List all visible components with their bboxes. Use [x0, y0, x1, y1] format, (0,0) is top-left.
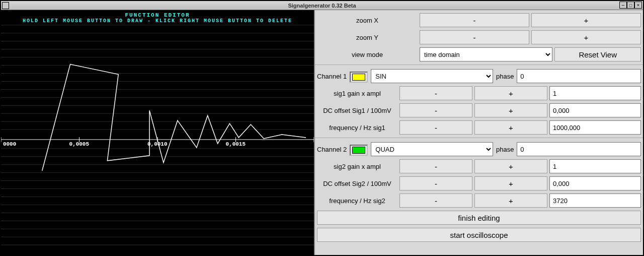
sig2-gain-input[interactable] [549, 159, 641, 173]
sig2-freq-label: frequency / Hz sig2 [317, 194, 397, 208]
channel1-phase-label: phase [496, 73, 514, 80]
view-mode-select[interactable]: time domain [420, 47, 552, 61]
sig2-dc-minus-button[interactable]: - [399, 176, 472, 190]
minimize-button[interactable]: – [619, 2, 627, 9]
sig1-freq-plus-button[interactable]: + [474, 120, 547, 135]
separator [315, 65, 643, 65]
channel2-color-button[interactable] [350, 145, 368, 156]
sig1-gain-minus-button[interactable]: - [399, 86, 472, 100]
channel1-label: Channel 1 [317, 73, 347, 80]
editor-svg: 0000 0,0005 0,0010 0,0015 [1, 10, 314, 255]
sig1-freq-label: frequency / Hz sig1 [317, 120, 397, 135]
start-oscilloscope-button[interactable]: start oscilloscope [317, 228, 641, 242]
sig2-dc-input[interactable] [549, 176, 641, 190]
sig1-dc-input[interactable] [549, 103, 641, 117]
sig2-freq-plus-button[interactable]: + [474, 194, 547, 208]
axis-tick-3: 0,0015 [226, 141, 246, 147]
reset-view-button[interactable]: Reset View [554, 47, 641, 61]
channel2-waveform-select[interactable]: QUAD [371, 142, 493, 156]
zoom-x-minus-button[interactable]: - [420, 13, 529, 27]
zoom-x-plus-button[interactable]: + [531, 13, 641, 27]
zoom-y-plus-button[interactable]: + [531, 30, 641, 44]
channel2-phase-label: phase [496, 146, 514, 153]
channel1-phase-input[interactable] [517, 69, 641, 83]
channel2-phase-input[interactable] [517, 142, 641, 156]
sig2-freq-input[interactable] [549, 194, 641, 208]
function-editor-canvas[interactable]: FUNCTION EDITOR HOLD LEFT MOUSE BUTTON T… [1, 10, 315, 255]
sig2-gain-minus-button[interactable]: - [399, 159, 472, 173]
zoom-y-label: zoom Y [317, 30, 418, 44]
sig1-dc-minus-button[interactable]: - [399, 103, 472, 117]
zoom-x-label: zoom X [317, 13, 418, 27]
channel2-color-swatch [352, 147, 365, 154]
axis-tick-1: 0,0005 [69, 141, 89, 147]
axis-tick-2: 0,0010 [147, 141, 167, 147]
sig2-freq-minus-button[interactable]: - [399, 194, 472, 208]
sig2-gain-label: sig2 gain x ampl [317, 159, 397, 173]
zoom-y-minus-button[interactable]: - [420, 30, 529, 44]
sig1-dc-label: DC offset Sig1 / 100mV [317, 103, 397, 117]
sig1-gain-input[interactable] [549, 86, 641, 100]
channel1-waveform-select[interactable]: SIN [371, 69, 493, 83]
titlebar[interactable]: Signalgenerator 0.32 Beta – □ × [1, 1, 643, 10]
sig1-gain-plus-button[interactable]: + [474, 86, 547, 100]
view-mode-label: view mode [317, 47, 418, 61]
sig1-freq-input[interactable] [549, 120, 641, 135]
axis-tick-0: 0000 [3, 141, 16, 147]
close-button[interactable]: × [634, 2, 642, 9]
app-window: Signalgenerator 0.32 Beta – □ × FUNCTION… [0, 0, 644, 256]
maximize-button[interactable]: □ [627, 2, 634, 9]
channel2-label: Channel 2 [317, 146, 347, 153]
window-title: Signalgenerator 0.32 Beta [288, 3, 356, 9]
channel1-color-button[interactable] [350, 72, 368, 83]
sig1-gain-label: sig1 gain x ampl [317, 86, 397, 100]
sig2-dc-plus-button[interactable]: + [474, 176, 547, 190]
sig1-freq-minus-button[interactable]: - [399, 120, 472, 135]
sig2-gain-plus-button[interactable]: + [474, 159, 547, 173]
finish-editing-button[interactable]: finish editing [317, 211, 641, 225]
separator [315, 138, 643, 138]
control-panel: zoom X - + zoom Y - + view mode time dom… [315, 10, 643, 255]
sig2-dc-label: DC offset Sig2 / 100mV [317, 176, 397, 190]
channel1-color-swatch [352, 74, 365, 81]
sig1-dc-plus-button[interactable]: + [474, 103, 547, 117]
app-icon [2, 2, 9, 9]
waveform-trace [42, 65, 306, 171]
